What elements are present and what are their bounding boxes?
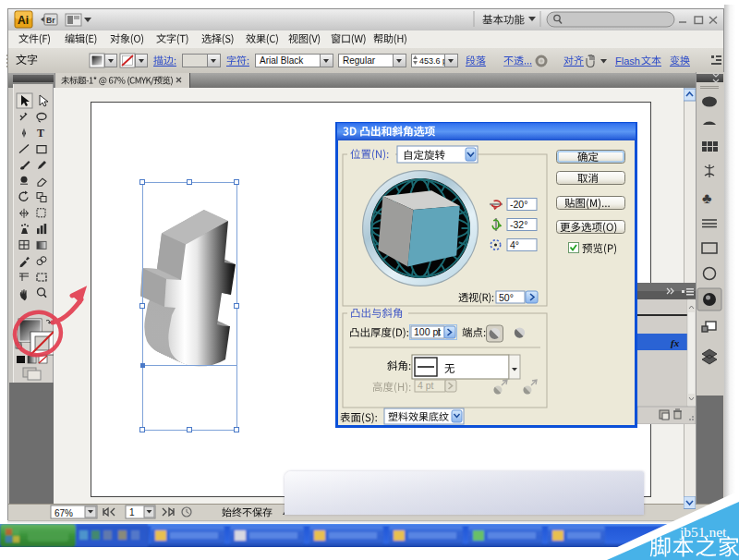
svg-text:4 pt: 4 pt (418, 380, 434, 391)
svg-text:Ai: Ai (18, 14, 29, 27)
svg-text:jb51.net: jb51.net (679, 524, 727, 540)
svg-text:-32°: -32° (510, 219, 527, 230)
svg-text:4°: 4° (510, 239, 519, 250)
svg-text:1: 1 (129, 507, 135, 517)
svg-text:T: T (37, 127, 44, 140)
svg-text:♣: ♣ (702, 190, 712, 206)
svg-text:100 pt: 100 pt (414, 326, 441, 337)
svg-text:50°: 50° (499, 292, 514, 303)
svg-text:fx: fx (671, 337, 680, 348)
svg-text:Br: Br (46, 16, 55, 25)
svg-text:-20°: -20° (510, 199, 527, 210)
